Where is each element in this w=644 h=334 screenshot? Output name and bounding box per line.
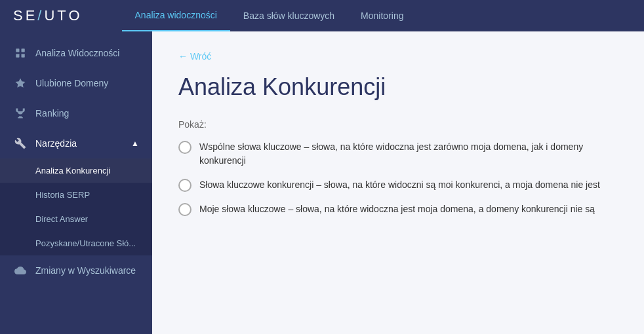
sidebar-item-zmiany-label: Zmiany w Wyszukiwarce xyxy=(35,265,136,276)
body-layout: Analiza Widoczności Ulubione Domeny Rank… xyxy=(0,31,644,334)
svg-rect-2 xyxy=(16,54,19,58)
radio-circle-wspolne[interactable] xyxy=(178,141,191,154)
back-link[interactable]: ← Wróć xyxy=(178,51,618,62)
cloud-icon xyxy=(13,263,28,278)
nav-link-monitoring[interactable]: Monitoring xyxy=(348,0,416,31)
page-title: Analiza Konkurencji xyxy=(178,73,618,101)
sidebar-subitem-analiza-label: Analiza Konkurencji xyxy=(35,166,110,176)
sidebar-subitem-analiza-konkurencji[interactable]: Analiza Konkurencji xyxy=(0,158,152,183)
wrench-icon xyxy=(13,136,28,151)
sidebar-subitem-pozyskane-label: Pozyskane/Utracone Słó... xyxy=(35,238,136,248)
svg-rect-3 xyxy=(22,54,25,58)
sidebar-item-narzedzia-label: Narzędzia xyxy=(35,138,77,149)
sidebar-item-ulubione-label: Ulubione Domeny xyxy=(35,78,108,88)
sidebar-submenu: Analiza Konkurencji Historia SERP Direct… xyxy=(0,158,152,255)
nav-links: Analiza widoczności Baza słów kluczowych… xyxy=(122,0,417,31)
sidebar-item-narzedzia[interactable]: Narzędzia ▲ xyxy=(0,128,152,158)
radio-option-moje[interactable]: Moje słowa kluczowe – słowa, na które wi… xyxy=(178,202,618,216)
show-label: Pokaż: xyxy=(178,119,618,130)
radio-text-wspolne: Wspólne słowa kluczowe – słowa, na które… xyxy=(199,140,618,168)
nav-link-analiza[interactable]: Analiza widoczności xyxy=(122,0,230,31)
main-content: ← Wróć Analiza Konkurencji Pokaż: Wspóln… xyxy=(152,31,644,334)
sidebar-subitem-historia-serp[interactable]: Historia SERP xyxy=(0,183,152,207)
logo: SE/UTO xyxy=(13,7,83,24)
radio-circle-konkurencji[interactable] xyxy=(178,179,191,192)
nav-link-baza[interactable]: Baza słów kluczowych xyxy=(230,0,348,31)
chevron-up-icon: ▲ xyxy=(131,139,139,148)
radio-text-konkurencji: Słowa kluczowe konkurencji – słowa, na k… xyxy=(199,178,600,192)
sidebar-item-ulubione[interactable]: Ulubione Domeny xyxy=(0,68,152,98)
sidebar-item-analiza-widocznosci[interactable]: Analiza Widoczności xyxy=(0,38,152,68)
radio-option-wspolne[interactable]: Wspólne słowa kluczowe – słowa, na które… xyxy=(178,140,618,168)
star-icon xyxy=(13,76,28,90)
top-navigation: SE/UTO Analiza widoczności Baza słów klu… xyxy=(0,0,644,31)
sidebar-subitem-historia-label: Historia SERP xyxy=(35,190,90,200)
radio-option-konkurencji[interactable]: Słowa kluczowe konkurencji – słowa, na k… xyxy=(178,178,618,192)
svg-rect-0 xyxy=(16,48,19,52)
grid-icon xyxy=(13,46,28,60)
sidebar-subitem-pozyskane[interactable]: Pozyskane/Utracone Słó... xyxy=(0,231,152,255)
sidebar-item-ranking-label: Ranking xyxy=(35,108,69,119)
sidebar-item-zmiany[interactable]: Zmiany w Wyszukiwarce xyxy=(0,255,152,286)
sidebar-subitem-direct-answer[interactable]: Direct Answer xyxy=(0,207,152,231)
sidebar: Analiza Widoczności Ulubione Domeny Rank… xyxy=(0,31,152,334)
trophy-icon xyxy=(13,106,28,121)
radio-text-moje: Moje słowa kluczowe – słowa, na które wi… xyxy=(199,202,595,216)
svg-rect-1 xyxy=(22,48,25,52)
radio-circle-moje[interactable] xyxy=(178,203,191,216)
sidebar-item-analiza-widocznosci-label: Analiza Widoczności xyxy=(35,48,119,58)
sidebar-item-ranking[interactable]: Ranking xyxy=(0,98,152,128)
sidebar-subitem-direct-label: Direct Answer xyxy=(35,214,88,224)
